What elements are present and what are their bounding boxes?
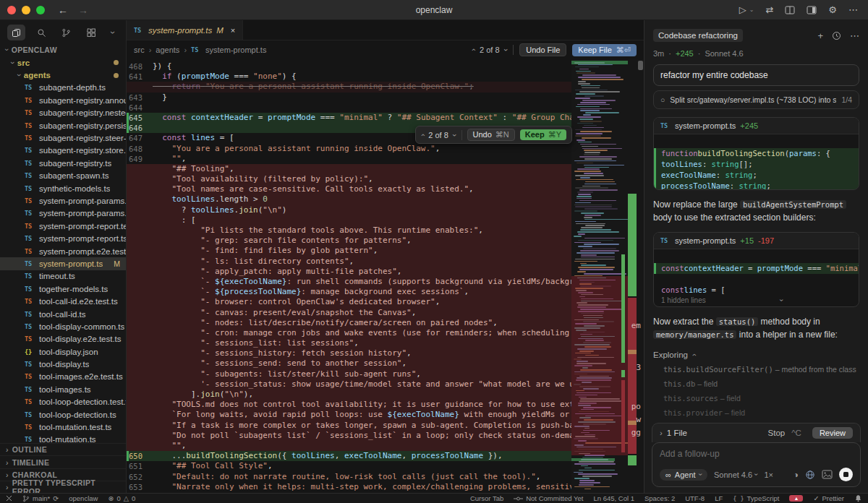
attach-image-icon[interactable] <box>822 470 833 479</box>
undo-file-button[interactable]: Undo File <box>519 43 566 56</box>
code-line[interactable]: "", <box>127 441 571 451</box>
code-line[interactable]: "## Tooling", <box>127 164 571 174</box>
file-row[interactable]: TSsynthetic-models.ts <box>0 182 126 194</box>
code-line[interactable]: 649 "", <box>127 154 571 164</box>
minimap-scrollbar-thumb[interactable] <box>638 61 643 70</box>
code-line[interactable]: "- cron: manage cron jobs and wake event… <box>127 328 571 338</box>
file-row[interactable]: TStimeout.ts <box>0 270 126 283</box>
cursor-update-icon[interactable]: ⇄ <box>765 4 773 15</box>
file-row[interactable]: {}tool-display.json <box>0 345 126 358</box>
workspace-status-item[interactable]: openclaw <box>69 494 98 502</box>
keep-button[interactable]: Keep⌘Y <box>520 129 566 140</box>
file-row[interactable]: TStool-call-id.ts <box>0 308 126 320</box>
file-row[interactable]: TSsystem-prompt-params.ts <box>0 207 126 220</box>
changed-files-bar[interactable]: › 1 File Stop ^C Review <box>652 423 861 442</box>
model-selector[interactable]: Sonnet 4.6› <box>714 470 758 479</box>
more-icon[interactable]: ⋯ <box>848 4 858 15</box>
file-row[interactable]: TSsubagent-registry.store.ts <box>0 145 126 157</box>
undo-button[interactable]: Undo⌘N <box>467 129 515 141</box>
expand-files-icon[interactable]: › <box>660 429 663 437</box>
sync-icon[interactable]: ⟳ <box>53 494 59 502</box>
code-line[interactable]: '- session_status: show usage/time/model… <box>127 379 571 390</box>
code-line[interactable]: 652 "Default: do not narrate routine, lo… <box>127 472 571 482</box>
file-row[interactable]: TSsubagent-registry.steer-r... <box>0 132 126 144</box>
file-row[interactable]: TStool-call-id.e2e.test.ts <box>0 295 126 307</box>
file-row[interactable]: TSsystem-prompt.tsM <box>0 257 126 270</box>
sidebar-section-outline[interactable]: ›OUTLINE <box>0 443 126 455</box>
code-line[interactable]: "- subagents: list/steer/kill sub-agent … <box>127 369 571 379</box>
prev-diff-icon[interactable]: › <box>469 48 477 51</box>
remote-indicator[interactable] <box>6 495 12 502</box>
code-line[interactable]: toolLines.length > 0 <box>127 194 571 205</box>
stop-generation-button[interactable] <box>839 468 853 481</box>
file-row[interactable]: TSsubagent-depth.ts <box>0 82 126 94</box>
cursor-position-item[interactable]: Ln 645, Col 1 <box>593 494 634 502</box>
run-dropdown-icon[interactable]: ⌄ <box>749 7 754 13</box>
code-line[interactable]: 650 ...buildToolingSection({ toolLines, … <box>127 451 571 461</box>
settings-gear-icon[interactable]: ⚙ <box>828 4 837 15</box>
file-row[interactable]: TStool-display.ts <box>0 358 126 370</box>
file-row[interactable]: TSsystem-prompt-params.... <box>0 194 126 207</box>
notifications-bell[interactable] <box>854 494 862 502</box>
mode-selector[interactable]: ∞ Agent › <box>660 469 707 481</box>
error-extension-badge[interactable]: ▲ <box>789 495 803 502</box>
code-line[interactable]: `- ${execToolName}: run shell commands (… <box>127 277 571 287</box>
code-line[interactable]: ? toolLines.join("\n") <box>127 205 571 215</box>
views-chevron-icon[interactable]: › <box>108 25 119 40</box>
file-row[interactable]: TSsubagent-registry.annou... <box>0 94 126 106</box>
file-row[interactable]: TSsystem-prompt-report.ts <box>0 232 126 244</box>
source-control-icon[interactable] <box>57 25 75 40</box>
code-line[interactable]: "If a task is more complex or takes long… <box>127 421 571 431</box>
history-icon[interactable] <box>832 31 841 40</box>
eol-item[interactable]: LF <box>715 494 723 502</box>
diff-card-1[interactable]: TS system-prompt.ts +245 function buildT… <box>653 117 859 190</box>
sidebar-section-pretty-typescript-error[interactable]: ›PRETTY TYPESCRIPT ERROR <box>0 481 126 493</box>
file-row[interactable]: TSsystem-prompt.e2e.test.ts <box>0 245 126 257</box>
file-row[interactable]: TStogether-models.ts <box>0 283 126 295</box>
code-line[interactable]: "- sessions_send: send to another sessio… <box>127 358 571 369</box>
extensions-icon[interactable] <box>82 25 101 40</box>
formatter-item[interactable]: ✓ Prettier <box>813 494 844 502</box>
language-item[interactable]: { } TypeScript <box>733 494 779 502</box>
file-row[interactable]: TSsubagent-registry.ts <box>0 157 126 169</box>
code-line[interactable]: "Tool availability (filtered by policy):… <box>127 174 571 184</box>
hidden-lines-expander[interactable]: 1 hidden lines › <box>654 296 859 306</box>
encoding-item[interactable]: UTF-8 <box>685 494 705 502</box>
close-tab-icon[interactable]: × <box>231 26 235 35</box>
close-window-button[interactable] <box>7 6 16 14</box>
code-line[interactable]: 653 "Narrate only when it helps: multi-s… <box>127 482 571 492</box>
review-button[interactable]: Review <box>812 427 853 439</box>
explorer-icon[interactable] <box>7 25 25 40</box>
code-line[interactable]: 644 <box>127 103 571 113</box>
search-icon[interactable] <box>33 25 51 40</box>
secondary-sidebar-icon[interactable] <box>807 6 817 14</box>
code-line[interactable]: 645 const contextHeader = promptMode ===… <box>127 113 571 123</box>
workspace-root[interactable]: ›OPENCLAW <box>0 43 126 56</box>
panel-more-icon[interactable]: ⋯ <box>850 30 859 41</box>
indentation-item[interactable]: Spaces: 2 <box>644 494 675 502</box>
stop-button[interactable]: Stop <box>768 429 786 437</box>
code-line[interactable]: "- nodes: list/describe/notify/camera/sc… <box>127 318 571 328</box>
code-line[interactable]: "Tool names are case-sensitive. Call too… <box>127 184 571 194</box>
sidebar-section-timeline[interactable]: ›TIMELINE <box>0 455 126 468</box>
code-line[interactable]: "- apply_patch: apply multi-file patches… <box>127 267 571 277</box>
back-icon[interactable]: ← <box>58 4 68 16</box>
forward-icon[interactable]: → <box>78 4 88 16</box>
maximize-window-button[interactable] <box>36 6 45 14</box>
folder-agents[interactable]: ›agents <box>0 69 126 81</box>
diff-card-2[interactable]: TS system-prompt.ts +15 -197 const conte… <box>653 232 859 307</box>
exploring-header[interactable]: Exploring› <box>653 351 859 359</box>
code-line[interactable]: "- ls: list directory contents", <box>127 257 571 267</box>
commit-status-item[interactable]: Not Committed Yet <box>514 494 583 502</box>
code-line[interactable]: "- find: find files by glob pattern", <box>127 246 571 256</box>
next-diff-icon[interactable]: › <box>451 134 459 137</box>
split-editor-icon[interactable] <box>785 6 795 14</box>
prev-diff-icon[interactable]: › <box>417 134 426 137</box>
cursor-tab-item[interactable]: Cursor Tab <box>470 494 503 502</box>
git-branch-item[interactable]: main* ⟳ <box>22 494 59 502</box>
code-line[interactable]: `For long waits, avoid rapid poll loops:… <box>127 410 571 420</box>
code-line[interactable]: 468}) { <box>127 61 571 72</box>
breadcrumb[interactable]: src› agents› TS system-prompt.ts › 2 of … <box>127 40 644 59</box>
todo-item[interactable]: ○ Split src/gateway/server.impl.ts (~738… <box>653 90 859 109</box>
file-row[interactable]: TStool-mutation.test.ts <box>0 421 126 433</box>
